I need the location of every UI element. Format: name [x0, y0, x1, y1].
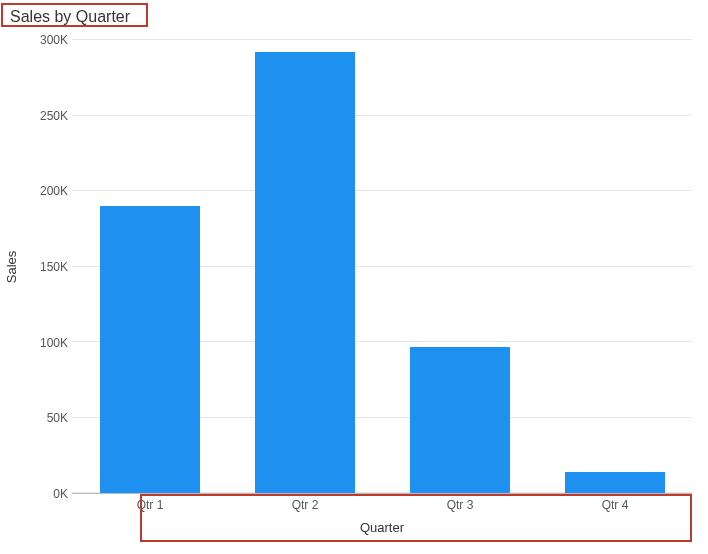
gridline [72, 190, 692, 191]
chart-title: Sales by Quarter [4, 6, 136, 28]
x-tick: Qtr 4 [602, 498, 629, 512]
bar-qtr3[interactable] [410, 347, 510, 493]
x-axis-label: Quarter [72, 520, 692, 535]
x-tick: Qtr 2 [292, 498, 319, 512]
y-tick: 0K [36, 487, 68, 501]
y-tick: 300K [36, 33, 68, 47]
bar-qtr1[interactable] [100, 206, 200, 493]
y-axis-label: Sales [4, 251, 19, 284]
y-tick: 250K [36, 109, 68, 123]
gridline [72, 39, 692, 40]
y-tick: 50K [36, 411, 68, 425]
y-tick: 150K [36, 260, 68, 274]
x-ticks: Qtr 1 Qtr 2 Qtr 3 Qtr 4 [72, 498, 692, 518]
plot-area [72, 40, 692, 494]
x-tick: Qtr 3 [447, 498, 474, 512]
x-tick: Qtr 1 [137, 498, 164, 512]
gridline [72, 115, 692, 116]
y-tick: 200K [36, 184, 68, 198]
bar-qtr2[interactable] [255, 52, 355, 493]
bar-qtr4[interactable] [565, 472, 665, 493]
y-tick: 100K [36, 336, 68, 350]
